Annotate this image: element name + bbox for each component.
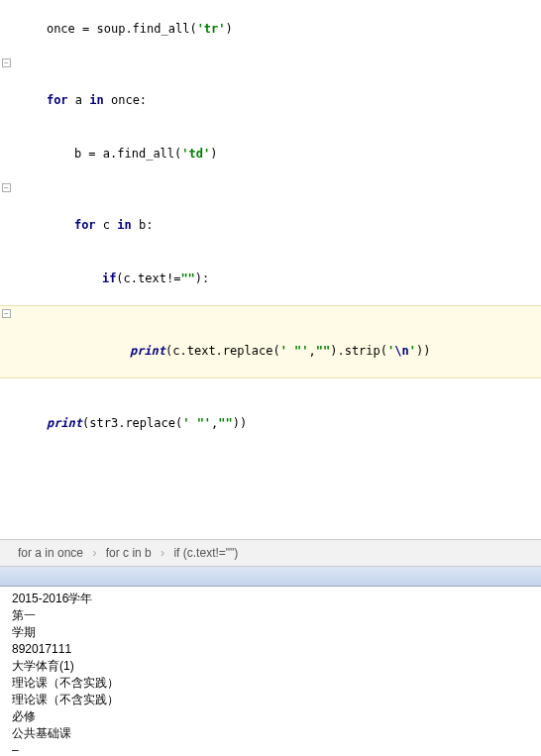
code-line[interactable]: if(c.text!=""): bbox=[0, 252, 541, 305]
code-text: ) bbox=[226, 22, 233, 36]
chevron-right-icon: › bbox=[161, 546, 164, 560]
blank-line[interactable] bbox=[0, 378, 541, 396]
output-line: 大学体育(1) bbox=[12, 658, 529, 675]
output-line: 公共基础课 bbox=[12, 725, 529, 742]
code-line-highlighted[interactable]: − print(c.text.replace(' "',"").strip('\… bbox=[0, 305, 541, 378]
output-line: – bbox=[12, 742, 529, 756]
output-line: 892017111 bbox=[12, 641, 529, 658]
code-line[interactable]: − for c in b: bbox=[0, 180, 541, 252]
output-line: 理论课（不含实践） bbox=[12, 675, 529, 692]
breadcrumb-item[interactable]: for c in b bbox=[106, 546, 152, 560]
string-literal: 'tr' bbox=[197, 22, 226, 36]
keyword: if bbox=[102, 271, 116, 285]
chevron-right-icon: › bbox=[92, 546, 96, 560]
code-line[interactable]: print(str3.replace(' "',"")) bbox=[0, 396, 541, 450]
output-line: 2015-2016学年 bbox=[12, 591, 529, 607]
code-line[interactable]: b = a.find_all('td') bbox=[0, 127, 541, 180]
keyword: for bbox=[47, 93, 68, 107]
string-literal: 'td' bbox=[181, 147, 210, 161]
keyword: print bbox=[130, 344, 165, 358]
output-tab-bar[interactable] bbox=[0, 567, 541, 587]
keyword: in bbox=[89, 93, 103, 107]
code-line[interactable]: − for a in once: bbox=[0, 55, 541, 127]
fold-minus-icon[interactable]: − bbox=[2, 309, 11, 318]
breadcrumb-item[interactable]: for a in once bbox=[18, 546, 83, 560]
breadcrumb: for a in once › for c in b › if (c.text!… bbox=[0, 539, 541, 567]
string-literal: "" bbox=[180, 271, 194, 285]
breadcrumb-item[interactable]: if (c.text!="") bbox=[173, 546, 238, 560]
keyword: print bbox=[47, 416, 82, 430]
code-line[interactable]: once = soup.find_all('tr') bbox=[0, 2, 541, 55]
keyword: in bbox=[117, 218, 131, 232]
output-line: 第一 bbox=[12, 607, 529, 624]
fold-minus-icon[interactable]: − bbox=[2, 58, 11, 67]
output-line: 理论课（不含实践） bbox=[12, 692, 529, 708]
fold-minus-icon[interactable]: − bbox=[2, 183, 11, 192]
editor-empty-space[interactable] bbox=[0, 450, 541, 537]
code-text: once = soup.find_all( bbox=[47, 22, 197, 36]
console-output[interactable]: 2015-2016学年 第一 学期 892017111 大学体育(1) 理论课（… bbox=[0, 587, 541, 756]
escape-sequence: \n bbox=[394, 344, 408, 358]
output-line: 必修 bbox=[12, 708, 529, 725]
output-line: 学期 bbox=[12, 624, 529, 641]
keyword: for bbox=[74, 218, 96, 232]
code-editor[interactable]: once = soup.find_all('tr') − for a in on… bbox=[0, 0, 541, 539]
